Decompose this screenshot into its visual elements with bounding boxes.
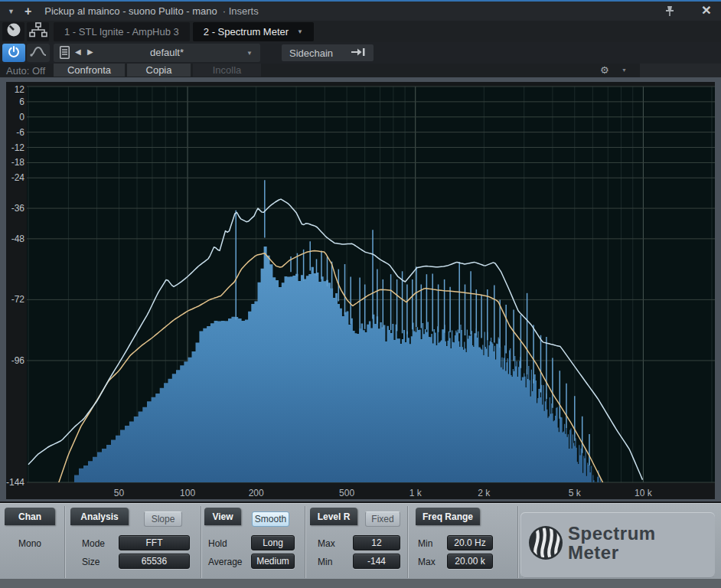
average-field[interactable]: Medium: [251, 554, 295, 569]
average-label: Average: [208, 557, 242, 567]
toolbar-spacer: [640, 64, 721, 77]
chevron-down-icon: ▼: [297, 28, 303, 35]
automation-mode-label[interactable]: Auto: Off: [6, 65, 45, 77]
collapse-chevron-icon[interactable]: ▼: [8, 8, 15, 15]
section-divider: [305, 506, 306, 578]
window-title: Pickup al mainco - suono Pulito - mano: [44, 5, 217, 17]
svg-text:1 k: 1 k: [409, 488, 422, 498]
svg-text:10 k: 10 k: [635, 488, 653, 498]
paste-button[interactable]: Incolla: [193, 64, 261, 77]
settings-dropdown-icon[interactable]: ▼: [621, 67, 627, 73]
preset-name[interactable]: default*: [100, 47, 234, 58]
svg-text:12: 12: [15, 84, 25, 95]
close-icon[interactable]: ×: [702, 1, 711, 19]
section-header-freq-range: Freq Range: [416, 508, 480, 525]
plugin-toolbar: ◀ ▶ default* ▼ Sidechain: [0, 42, 721, 64]
tab-label: 1 - STL Ignite - AmpHub 3: [64, 26, 179, 38]
section-divider: [201, 506, 202, 578]
section-header-analysis: Analysis: [70, 508, 129, 525]
title-bar: ▼ + Pickup al mainco - suono Pulito - ma…: [0, 0, 721, 21]
bottom-edge: [0, 579, 721, 588]
freq-max-field[interactable]: 20.00 k: [447, 554, 493, 569]
plugin-logo-panel: Spectrum Meter: [520, 512, 715, 578]
bypass-button[interactable]: [27, 44, 50, 62]
copy-button[interactable]: Copia: [127, 64, 191, 77]
section-header-chan: Chan: [5, 508, 55, 525]
freq-max-label: Max: [418, 557, 436, 567]
svg-text:2 k: 2 k: [478, 488, 491, 498]
section-header-level: Level R: [310, 508, 357, 525]
svg-text:-96: -96: [11, 355, 25, 366]
control-panel: Chan Mono Analysis Slope Mode FFT Size 6…: [0, 501, 721, 588]
mode-field[interactable]: FFT: [119, 535, 190, 550]
level-max-label: Max: [318, 538, 335, 549]
mode-label: Mode: [82, 538, 105, 549]
svg-text:-48: -48: [11, 234, 25, 244]
spectrum-chart: 1260-6-12-18-24-36-48-72-96-144501002005…: [6, 82, 715, 499]
svg-text:0: 0: [19, 112, 24, 122]
knob-icon: [6, 22, 21, 41]
hold-field[interactable]: Long: [251, 535, 295, 550]
next-preset-icon[interactable]: ▶: [87, 47, 93, 56]
svg-text:50: 50: [114, 488, 125, 498]
plugin-name: Spectrum Meter: [568, 524, 656, 562]
section-divider: [407, 506, 409, 578]
section-divider: [64, 506, 66, 578]
preset-bar: ◀ ▶ default* ▼: [54, 44, 260, 62]
pin-icon[interactable]: [664, 5, 675, 20]
tab-label: 2 - Spectrum Meter: [204, 26, 289, 38]
compare-button[interactable]: Confronta: [54, 64, 125, 77]
gear-icon[interactable]: ⚙: [600, 64, 609, 76]
freq-min-label: Min: [418, 538, 432, 549]
level-min-field[interactable]: -144: [353, 554, 400, 569]
svg-text:-12: -12: [11, 142, 25, 153]
power-icon: [8, 45, 20, 60]
sidechain-label: Sidechain: [289, 47, 333, 59]
svg-text:-36: -36: [11, 203, 25, 214]
level-max-field[interactable]: 12: [353, 535, 400, 550]
spectrum-display: 1260-6-12-18-24-36-48-72-96-144501002005…: [6, 82, 715, 499]
routing-view-button[interactable]: [27, 22, 49, 41]
power-button[interactable]: [2, 44, 25, 62]
svg-text:-72: -72: [11, 294, 25, 305]
preset-list-icon[interactable]: [60, 46, 70, 62]
sidechain-input-icon: [351, 47, 366, 59]
tab-bar: 1 - STL Ignite - AmpHub 3 2 - Spectrum M…: [0, 21, 721, 42]
size-label: Size: [82, 557, 100, 567]
presonus-logo-icon: [527, 524, 564, 564]
svg-text:100: 100: [180, 488, 195, 498]
secondary-toolbar: Auto: Off Confronta Copia Incolla ⚙ ▼: [0, 64, 721, 77]
svg-text:5 k: 5 k: [569, 488, 582, 498]
previous-preset-icon[interactable]: ◀: [75, 47, 81, 56]
section-divider: [517, 506, 519, 578]
fixed-toggle[interactable]: Fixed: [365, 511, 400, 527]
hold-label: Hold: [208, 538, 227, 549]
svg-text:-144: -144: [6, 477, 24, 488]
add-icon[interactable]: +: [24, 8, 31, 15]
size-field[interactable]: 65536: [119, 554, 190, 569]
slope-toggle[interactable]: Slope: [144, 511, 182, 527]
svg-text:6: 6: [19, 96, 24, 107]
svg-text:-24: -24: [11, 172, 25, 183]
tab-stl-ignite-amphub[interactable]: 1 - STL Ignite - AmpHub 3: [54, 22, 190, 41]
svg-text:200: 200: [249, 488, 264, 498]
tab-spectrum-meter[interactable]: 2 - Spectrum Meter ▼: [193, 22, 314, 41]
section-header-view: View: [204, 508, 241, 525]
routing-icon: [29, 22, 47, 41]
svg-text:-18: -18: [11, 157, 25, 168]
freq-min-field[interactable]: 20.0 Hz: [447, 535, 493, 550]
sidechain-button[interactable]: Sidechain: [282, 44, 374, 61]
channel-mode-value[interactable]: Mono: [18, 538, 41, 549]
bypass-curve-icon: [30, 46, 47, 60]
smooth-toggle[interactable]: Smooth: [252, 511, 289, 527]
knob-view-button[interactable]: [2, 22, 24, 41]
window-title-suffix: · Inserts: [223, 5, 259, 17]
preset-dropdown-icon[interactable]: ▼: [246, 50, 253, 57]
level-min-label: Min: [318, 557, 332, 567]
spectrum-display-frame: 1260-6-12-18-24-36-48-72-96-144501002005…: [0, 77, 721, 503]
svg-text:-6: -6: [16, 127, 24, 138]
svg-text:500: 500: [339, 488, 354, 498]
